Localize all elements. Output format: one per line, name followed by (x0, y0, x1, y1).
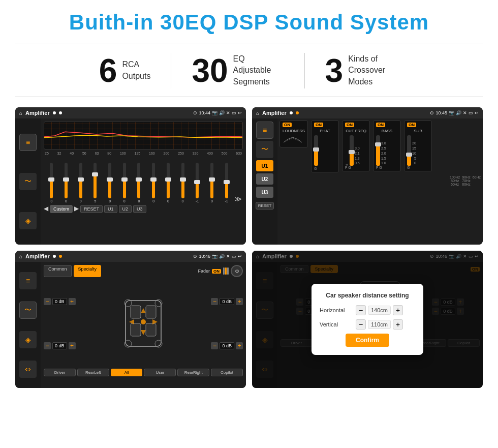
wave-icon[interactable]: 〜 (19, 173, 37, 190)
copilot-btn-3[interactable]: Copilot (211, 369, 243, 376)
screen-fader: ⌂ Amplifier ⊙ 10:46 📷 🔊 ✕ ▭ ↩ ≡ 〜 (15, 251, 246, 388)
eq-slider-12: -1 (220, 163, 233, 203)
vol-plus-tr[interactable]: + (236, 298, 243, 305)
confirm-button[interactable]: Confirm (346, 334, 389, 347)
svg-rect-2 (146, 306, 156, 318)
horizontal-value: 140cm (368, 306, 391, 315)
gear-icon-3[interactable]: ⚙ (231, 265, 243, 277)
module-sub: ON SUB 20151050 (404, 121, 432, 171)
phat-on[interactable]: ON (314, 123, 323, 127)
fader-speaker-icon[interactable]: ◈ (19, 331, 37, 348)
dsp-controls-row: ON LOUDNESS ON (279, 121, 481, 172)
bottom-btns-3: Driver RearLeft All User RearRight Copil… (44, 369, 243, 376)
sub-on[interactable]: ON (407, 123, 416, 127)
home-icon-2[interactable]: ⌂ (256, 110, 259, 116)
horizontal-stepper: − 140cm + (356, 305, 403, 315)
home-icon-1[interactable]: ⌂ (19, 110, 22, 116)
user-btn-3[interactable]: User (144, 369, 176, 376)
horizontal-minus-btn[interactable]: − (356, 305, 366, 315)
module-cutfreq: ON CUT FREQ F 3.02.11.30.5 (342, 121, 370, 171)
fader-label: Fader (198, 268, 210, 274)
horizontal-label: Horizontal (320, 307, 353, 313)
u2-preset[interactable]: U2 (256, 173, 273, 185)
status-icons-2: ⊙ 10:45 📷 🔊 ✕ ▭ ↩ (430, 110, 479, 115)
dot-1 (53, 111, 56, 114)
svg-rect-1 (131, 306, 141, 318)
fader-on-badge[interactable]: ON (212, 269, 221, 274)
fader-main-panel: Common Specialty Fader ON ⚙ (41, 262, 246, 388)
feature-desc-eq: EQ Adjustable Segments (233, 53, 284, 87)
vertical-label: Vertical (320, 321, 353, 327)
u3-btn-1[interactable]: U3 (133, 205, 146, 213)
rearright-btn-3[interactable]: RearRight (177, 369, 209, 376)
vertical-minus-btn[interactable]: − (356, 319, 366, 330)
tab-common-3[interactable]: Common (44, 265, 72, 277)
vertical-plus-btn[interactable]: + (393, 319, 403, 330)
eq-curve-svg (44, 122, 242, 149)
u1-btn-1[interactable]: U1 (104, 205, 117, 213)
status-bar-3: ⌂ Amplifier ⊙ 10:46 📷 🔊 ✕ ▭ ↩ (15, 251, 246, 262)
status-bar-1: ⌂ Amplifier ⊙ 10:44 📷 🔊 ✕ ▭ ↩ (15, 107, 246, 118)
screen-dialog: ⌂ Amplifier ⊙ 10:46 📷 🔊 ✕ ▭ ↩ ≡ 〜 (252, 251, 483, 388)
fader-wave-icon[interactable]: 〜 (19, 302, 37, 319)
u3-preset[interactable]: U3 (256, 187, 273, 198)
screen-dsp: ⌂ Amplifier ⊙ 10:45 📷 🔊 ✕ ▭ ↩ ≡ 〜 (252, 107, 483, 245)
vol-minus-tr[interactable]: − (211, 298, 218, 305)
fader-expand-icon[interactable]: ⇔ (19, 361, 37, 378)
tab-specialty-3[interactable]: Specialty (74, 265, 102, 277)
vol-minus-tl[interactable]: − (44, 298, 51, 305)
dsp-screen-content: ≡ 〜 U1 U2 U3 RESET ON (252, 118, 483, 245)
feature-number-rca: 6 (99, 54, 117, 87)
horizontal-plus-btn[interactable]: + (393, 305, 403, 315)
dsp-wave-icon[interactable]: 〜 (256, 141, 273, 158)
custom-btn[interactable]: Custom (50, 205, 73, 213)
loudness-on[interactable]: ON (283, 123, 292, 127)
fader-eq-icon[interactable]: ≡ (19, 272, 37, 289)
app-title-1: Amplifier (25, 110, 50, 116)
svg-rect-3 (131, 323, 141, 336)
speaker-ctrl-icon[interactable]: ◈ (19, 212, 37, 229)
fader-side-panel: ≡ 〜 ◈ ⇔ (15, 262, 41, 388)
vol-plus-tl[interactable]: + (69, 298, 76, 305)
feature-desc-crossover: Kinds of Crossover Modes (348, 53, 399, 87)
eq-filter-icon[interactable]: ≡ (19, 134, 37, 151)
vol-control-br: − 0 dB + (211, 342, 243, 349)
main-title: Buith-in 30EQ DSP Sound System (15, 10, 483, 35)
app-title-2: Amplifier (262, 110, 287, 116)
vol-plus-br[interactable]: + (236, 342, 243, 349)
eq-screen-content: ≡ 〜 ◈ 2532 4050 6380 (15, 118, 246, 245)
dsp-reset-btn[interactable]: RESET (256, 202, 274, 210)
status-icons-3: ⊙ 10:46 📷 🔊 ✕ ▭ ↩ (193, 254, 242, 259)
eq-main-panel: 2532 4050 6380 100125 160200 250320 4005… (41, 118, 246, 245)
all-btn-3[interactable]: All (111, 369, 143, 376)
module-phat: ON PHAT G (311, 121, 339, 172)
u1-preset[interactable]: U1 (256, 160, 273, 171)
module-loudness: ON LOUDNESS (279, 121, 308, 147)
page-wrapper: Buith-in 30EQ DSP Sound System 6 RCA Out… (0, 0, 498, 398)
rearleft-btn-3[interactable]: RearLeft (77, 369, 109, 376)
side-panel-1: ≡ 〜 ◈ (15, 118, 41, 245)
fader-layout: − 0 dB + − 0 dB + (44, 280, 243, 367)
reset-btn-1[interactable]: RESET (80, 205, 103, 213)
u2-btn-1[interactable]: U2 (119, 205, 132, 213)
driver-btn-3[interactable]: Driver (44, 369, 76, 376)
next-btn[interactable]: ▶ (74, 205, 79, 213)
eq-slider-9: 0 (176, 163, 190, 203)
dsp-eq-icon[interactable]: ≡ (256, 122, 273, 139)
feature-rca: 6 RCA Outputs (79, 50, 171, 91)
vol-minus-bl[interactable]: − (44, 342, 51, 349)
eq-chart (44, 122, 243, 150)
eq-sliders-row: 0 0 0 5 (44, 157, 243, 203)
vol-plus-bl[interactable]: + (69, 342, 76, 349)
right-vol-controls: − 0 dB + − 0 dB + (211, 280, 243, 367)
home-icon-3[interactable]: ⌂ (19, 254, 22, 259)
vol-control-tl: − 0 dB + (44, 298, 76, 305)
dsp-side-panel: ≡ 〜 U1 U2 U3 RESET (252, 118, 277, 245)
left-vol-controls: − 0 dB + − 0 dB + (44, 280, 76, 367)
dialog-overlay: Car speaker distance setting Horizontal … (252, 251, 483, 388)
bass-on[interactable]: ON (376, 123, 385, 127)
cutfreq-on[interactable]: ON (345, 123, 354, 127)
eq-slider-7: 0 (147, 163, 161, 203)
prev-btn[interactable]: ◀ (44, 205, 48, 213)
vol-minus-br[interactable]: − (211, 342, 218, 349)
